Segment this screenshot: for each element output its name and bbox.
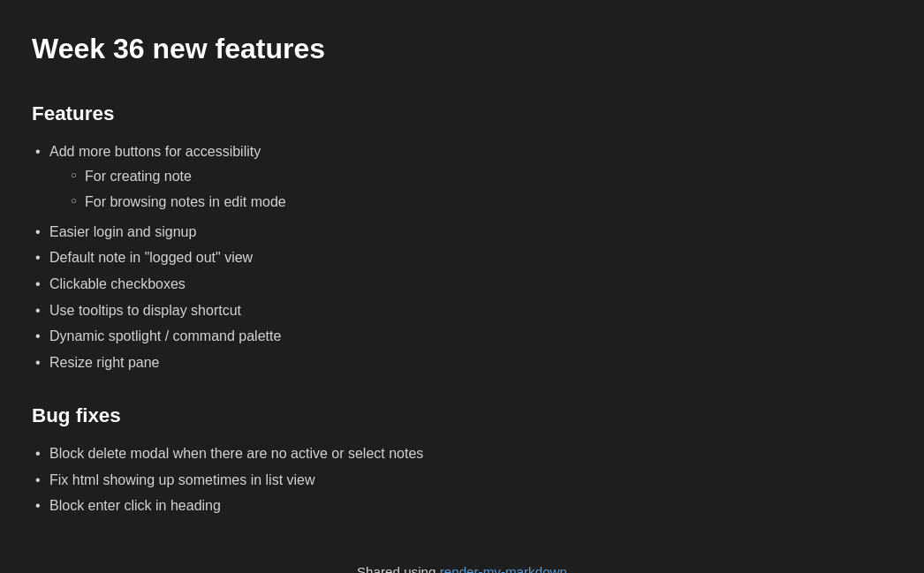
list-item: Add more buttons for accessibilityFor cr… [32, 140, 892, 214]
features-section: Features Add more buttons for accessibil… [32, 98, 892, 373]
features-list: Add more buttons for accessibilityFor cr… [32, 140, 892, 373]
features-heading: Features [32, 98, 892, 130]
footer-text: Shared using [357, 564, 440, 573]
list-item: For browsing notes in edit mode [67, 191, 892, 214]
nested-list: For creating noteFor browsing notes in e… [67, 165, 892, 214]
list-item: Clickable checkboxes [32, 273, 892, 296]
list-item: Block delete modal when there are no act… [32, 442, 892, 465]
list-item: Easier login and signup [32, 221, 892, 244]
list-item: Default note in "logged out" view [32, 246, 892, 269]
list-item: Resize right pane [32, 351, 892, 374]
bugfixes-list: Block delete modal when there are no act… [32, 442, 892, 517]
list-item: Use tooltips to display shortcut [32, 299, 892, 322]
list-item: For creating note [67, 165, 892, 188]
footer: Shared using render-my-markdown [32, 562, 892, 573]
footer-link[interactable]: render-my-markdown [440, 564, 567, 573]
bugfixes-heading: Bug fixes [32, 400, 892, 432]
page-title: Week 36 new features [32, 26, 892, 72]
list-item: Dynamic spotlight / command palette [32, 325, 892, 348]
list-item: Fix html showing up sometimes in list vi… [32, 469, 892, 492]
list-item: Block enter click in heading [32, 494, 892, 517]
bugfixes-section: Bug fixes Block delete modal when there … [32, 400, 892, 517]
